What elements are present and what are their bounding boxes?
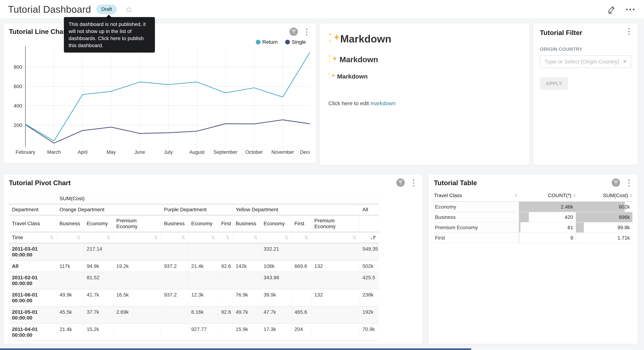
chart-kebab-menu-icon[interactable]: ⋮: [302, 28, 311, 35]
legend-item-return[interactable]: Return: [256, 39, 278, 45]
pivot-value-cell: 142k: [233, 260, 261, 272]
line-chart-svg[interactable]: 200400600800FebruaryMarchAprilMayJuneJul…: [8, 45, 310, 158]
pivot-value-cell: 70.9k: [360, 324, 379, 341]
pivot-metric-header: SUM(Cost): [56, 194, 379, 204]
pivot-value-cell: [188, 243, 218, 260]
pivot-value-cell: 47.7k: [261, 306, 292, 324]
pivot-row: 2011-02-01 00:00:0081.52343.98425.5: [9, 272, 379, 289]
markdown-footer-text: Click here to edit: [328, 100, 370, 106]
pivot-value-cell: [233, 272, 261, 289]
svg-text:April: April: [78, 150, 88, 155]
more-actions-icon[interactable]: •••: [626, 6, 636, 13]
pivot-kebab-menu-icon[interactable]: ⋮: [410, 179, 418, 186]
pivot-value-cell: [161, 324, 188, 341]
pivot-value-cell: 37.7k: [84, 306, 114, 324]
pivot-row: All117k94.9k19.2k937.221.4k92.6142k106k6…: [9, 260, 379, 272]
pivot-sort-header: ⇅: [218, 232, 233, 243]
table-column-header-count[interactable]: COUNT(*): [519, 192, 576, 198]
legend-item-single[interactable]: Single: [285, 39, 306, 45]
edit-dashboard-icon[interactable]: [607, 5, 616, 14]
sort-carets-icon[interactable]: [573, 194, 576, 197]
sum-bar: [576, 202, 625, 212]
markdown-card: ✦✦✦Markdown ✦✦✦ Markdown ✦✦✦ Markdown Cl…: [320, 24, 530, 165]
tutorial-table-card: Tutorial Table ⋮ Travel ClassCOUNT(*)SUM…: [428, 174, 638, 344]
sum-value: 696k: [619, 214, 630, 220]
pivot-value-cell: 192k: [360, 306, 379, 324]
sort-icon[interactable]: ⇅: [352, 235, 356, 240]
apply-button[interactable]: APPLY: [540, 78, 568, 90]
pivot-value-cell: 117k: [56, 260, 84, 272]
pivot-value-cell: [161, 306, 188, 324]
pivot-travel-class-label: Travel Class: [9, 215, 56, 232]
favorite-star-icon[interactable]: ☆: [125, 5, 132, 14]
svg-text:June: June: [134, 150, 145, 155]
pivot-value-cell: [218, 272, 233, 289]
sort-descending-icon[interactable]: ↓: [370, 235, 376, 240]
legend-dot: [285, 40, 290, 44]
sum-cell: 99.8k: [576, 222, 632, 232]
sort-icon[interactable]: ⇅: [226, 235, 230, 240]
table-kebab-menu-icon[interactable]: ⋮: [625, 179, 633, 186]
markdown-h3: ✦✦✦ Markdown: [328, 73, 521, 80]
sort-icon[interactable]: ⇅: [181, 235, 185, 240]
sum-value: 602k: [619, 204, 630, 210]
sparkles-icon: ✦✦✦: [328, 73, 336, 79]
table-column-header-travel-class[interactable]: Travel Class: [434, 192, 519, 198]
sort-carets-icon[interactable]: [515, 194, 517, 197]
bottom-accent-bar: [0, 348, 471, 350]
column-label: COUNT(*): [548, 192, 571, 198]
data-table: Travel ClassCOUNT(*)SUM(Cost)Economy2.46…: [434, 192, 632, 243]
sum-cell: 696k: [576, 212, 632, 222]
line-chart-legend: ReturnSingle: [256, 39, 306, 45]
markdown-edit-link[interactable]: markdown: [370, 100, 396, 106]
sort-icon[interactable]: ⇅: [304, 235, 308, 240]
pivot-value-cell: [312, 243, 360, 260]
sort-icon[interactable]: ⇅: [154, 235, 158, 240]
pivot-travel-class-header: Economy: [188, 215, 218, 232]
dashboard-page: Tutorial Dashboard Draft ☆ ••• This dash…: [0, 0, 644, 350]
pivot-travel-class-header: Premium Economy: [114, 215, 161, 232]
column-label: SUM(Cost): [603, 192, 628, 198]
pivot-value-cell: 41.7k: [84, 289, 114, 306]
pivot-value-cell: [218, 289, 233, 306]
sort-icon[interactable]: ⇅: [76, 235, 81, 240]
sum-value: 1.71k: [618, 235, 630, 241]
table-row: First91.71k: [434, 233, 632, 243]
table-column-header-sum-cost[interactable]: SUM(Cost): [576, 192, 632, 198]
sort-icon[interactable]: ⇅: [254, 235, 258, 240]
pivot-value-cell: 238k: [360, 289, 379, 306]
pivot-value-cell: 19.2k: [114, 260, 161, 272]
pivot-value-cell: [218, 243, 233, 260]
svg-text:July: July: [164, 150, 173, 155]
sort-carets-icon[interactable]: [630, 194, 632, 197]
pivot-value-cell: 204: [292, 324, 312, 341]
filter-kebab-menu-icon[interactable]: ⋮: [625, 28, 633, 35]
pivot-value-cell: 16.5k: [114, 289, 161, 306]
table-row: Premium Economy6199.8k: [434, 222, 632, 233]
publish-tooltip[interactable]: This dashboard is not published, it will…: [64, 17, 155, 52]
sort-icon[interactable]: ⇅: [284, 235, 288, 240]
pivot-value-cell: 132: [312, 260, 360, 272]
count-value: 420: [565, 214, 573, 220]
svg-text:800: 800: [14, 64, 22, 70]
svg-text:December: December: [300, 150, 310, 155]
pivot-value-cell: [114, 243, 161, 260]
table-card-title: Tutorial Table: [434, 179, 477, 186]
draft-badge[interactable]: Draft: [96, 5, 117, 14]
pivot-value-cell: 49.7k: [233, 306, 261, 324]
count-value: 9: [570, 235, 573, 241]
sum-value: 99.8k: [618, 225, 630, 230]
cross-filter-icon[interactable]: [290, 28, 298, 36]
markdown-h1: ✦✦✦Markdown: [328, 33, 521, 45]
cross-filter-icon[interactable]: [396, 178, 405, 187]
sort-icon[interactable]: ⇅: [211, 235, 215, 240]
pivot-sort-header: ⇅: [261, 232, 292, 243]
pivot-time-cell: 2011-05-01 00:00:00: [9, 306, 56, 324]
pivot-value-cell: 465.6: [292, 306, 312, 324]
sort-icon[interactable]: ⇅: [106, 235, 110, 240]
origin-country-select[interactable]: Type or Select [Origin Country]: [540, 55, 631, 68]
sort-icon[interactable]: ⇅: [49, 235, 54, 240]
cross-filter-icon[interactable]: [612, 178, 620, 187]
pivot-value-cell: [114, 324, 161, 341]
pivot-sort-header: ⇅: [56, 232, 84, 243]
